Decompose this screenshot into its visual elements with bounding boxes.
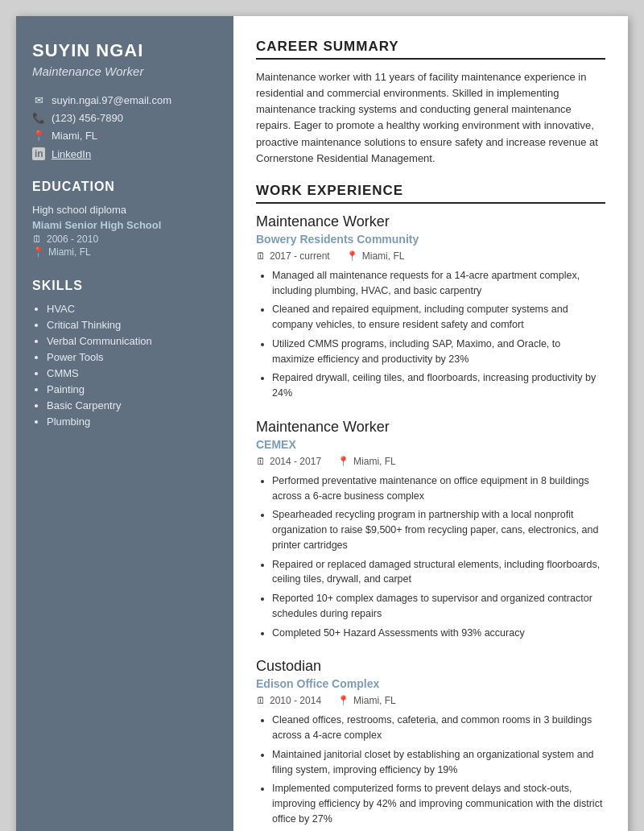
skill-item-3: Verbal Communication	[47, 335, 217, 347]
skills-section: SKILLS HVACCritical ThinkingVerbal Commu…	[32, 279, 217, 428]
job-3-location: 📍 Miami, FL	[337, 695, 396, 706]
career-summary-section: CAREER SUMMARY Maintenance worker with 1…	[256, 39, 605, 167]
main-content: CAREER SUMMARY Maintenance worker with 1…	[233, 16, 628, 831]
candidate-title: Maintenance Worker	[32, 64, 217, 78]
job-3-meta: 🗓 2010 - 2014 📍 Miami, FL	[256, 695, 605, 706]
work-experience-title: WORK EXPERIENCE	[256, 183, 605, 204]
job-3-title: Custodian	[256, 658, 605, 675]
job-3-bullet-2: Maintained janitorial closet by establis…	[272, 747, 605, 778]
contact-section: ✉ suyin.ngai.97@email.com 📞 (123) 456-78…	[32, 94, 217, 160]
location-icon: 📍	[32, 130, 45, 142]
job-2-meta: 🗓 2014 - 2017 📍 Miami, FL	[256, 456, 605, 467]
job-1-bullets: Managed all maintenance requests for a 1…	[256, 268, 605, 401]
job-2-bullet-4: Reported 10+ complex damages to supervis…	[272, 591, 605, 622]
job-2: Maintenance Worker CEMEX 🗓 2014 - 2017 📍…	[256, 419, 605, 641]
phone-value: (123) 456-7890	[52, 112, 123, 124]
education-degree: High school diploma	[32, 204, 217, 216]
linkedin-link[interactable]: LinkedIn	[52, 148, 91, 160]
job-1-years: 🗓 2017 - current	[256, 250, 330, 262]
job-2-company: CEMEX	[256, 438, 605, 451]
work-experience-section: WORK EXPERIENCE Maintenance Worker Bower…	[256, 183, 605, 831]
education-section: EDUCATION High school diploma Miami Seni…	[32, 180, 217, 258]
calendar-icon: 🗓	[32, 234, 42, 245]
job-2-bullet-2: Spearheaded recycling program in partner…	[272, 507, 605, 552]
job-1-bullet-3: Utilized CMMS programs, including SAP, M…	[272, 337, 605, 367]
contact-location: 📍 Miami, FL	[32, 130, 217, 142]
job-3-bullets: Cleaned offices, restrooms, cafeteria, a…	[256, 713, 605, 831]
pin-icon-2: 📍	[337, 456, 349, 467]
skill-item-5: CMMS	[47, 367, 217, 379]
skill-item-8: Plumbing	[47, 416, 217, 428]
job-2-bullet-1: Performed preventative maintenance on of…	[272, 473, 605, 504]
job-2-bullets: Performed preventative maintenance on of…	[256, 473, 605, 641]
sidebar: SUYIN NGAI Maintenance Worker ✉ suyin.ng…	[16, 16, 233, 831]
education-location: 📍 Miami, FL	[32, 246, 217, 258]
education-years: 🗓 2006 - 2010	[32, 234, 217, 245]
skill-item-4: Power Tools	[47, 351, 217, 363]
job-1-bullet-2: Cleaned and repaired equipment, includin…	[272, 302, 605, 333]
contact-linkedin[interactable]: in LinkedIn	[32, 147, 217, 160]
job-1-bullet-4: Repaired drywall, ceiling tiles, and flo…	[272, 370, 605, 401]
cal-icon-3: 🗓	[256, 695, 266, 706]
cal-icon-2: 🗓	[256, 456, 266, 467]
location-value: Miami, FL	[52, 130, 97, 142]
job-2-bullet-3: Repaired or replaced damaged structural …	[272, 557, 605, 588]
job-3-bullet-3: Implemented computerized forms to preven…	[272, 781, 605, 826]
skill-item-1: HVAC	[47, 303, 217, 315]
linkedin-icon: in	[32, 147, 45, 160]
career-summary-text: Maintenance worker with 11 years of faci…	[256, 69, 605, 167]
edu-location-icon: 📍	[32, 246, 44, 258]
job-3-bullet-1: Cleaned offices, restrooms, cafeteria, a…	[272, 713, 605, 743]
job-3: Custodian Edison Office Complex 🗓 2010 -…	[256, 658, 605, 831]
job-1-meta: 🗓 2017 - current 📍 Miami, FL	[256, 250, 605, 262]
career-summary-title: CAREER SUMMARY	[256, 39, 605, 60]
contact-email: ✉ suyin.ngai.97@email.com	[32, 94, 217, 106]
job-2-years: 🗓 2014 - 2017	[256, 456, 321, 467]
skills-list: HVACCritical ThinkingVerbal Communicatio…	[32, 303, 217, 428]
job-1-title: Maintenance Worker	[256, 213, 605, 230]
job-1-company: Bowery Residents Community	[256, 233, 605, 246]
skill-item-6: Painting	[47, 383, 217, 395]
job-1: Maintenance Worker Bowery Residents Comm…	[256, 213, 605, 401]
job-1-location: 📍 Miami, FL	[346, 250, 405, 262]
pin-icon-3: 📍	[337, 695, 349, 706]
skill-item-2: Critical Thinking	[47, 319, 217, 331]
contact-phone: 📞 (123) 456-7890	[32, 112, 217, 124]
pin-icon-1: 📍	[346, 250, 358, 262]
job-2-title: Maintenance Worker	[256, 419, 605, 436]
job-3-years: 🗓 2010 - 2014	[256, 695, 321, 706]
skill-item-7: Basic Carpentry	[47, 399, 217, 411]
education-title: EDUCATION	[32, 180, 217, 194]
cal-icon-1: 🗓	[256, 250, 266, 262]
email-value: suyin.ngai.97@email.com	[52, 94, 171, 106]
education-school: Miami Senior High School	[32, 219, 217, 231]
phone-icon: 📞	[32, 112, 45, 124]
email-icon: ✉	[32, 94, 45, 106]
job-2-bullet-5: Completed 50+ Hazard Assessments with 93…	[272, 626, 605, 641]
resume-container: SUYIN NGAI Maintenance Worker ✉ suyin.ng…	[16, 16, 628, 831]
job-2-location: 📍 Miami, FL	[337, 456, 396, 467]
job-1-bullet-1: Managed all maintenance requests for a 1…	[272, 268, 605, 299]
skills-title: SKILLS	[32, 279, 217, 293]
job-3-company: Edison Office Complex	[256, 677, 605, 690]
candidate-name: SUYIN NGAI	[32, 40, 217, 61]
